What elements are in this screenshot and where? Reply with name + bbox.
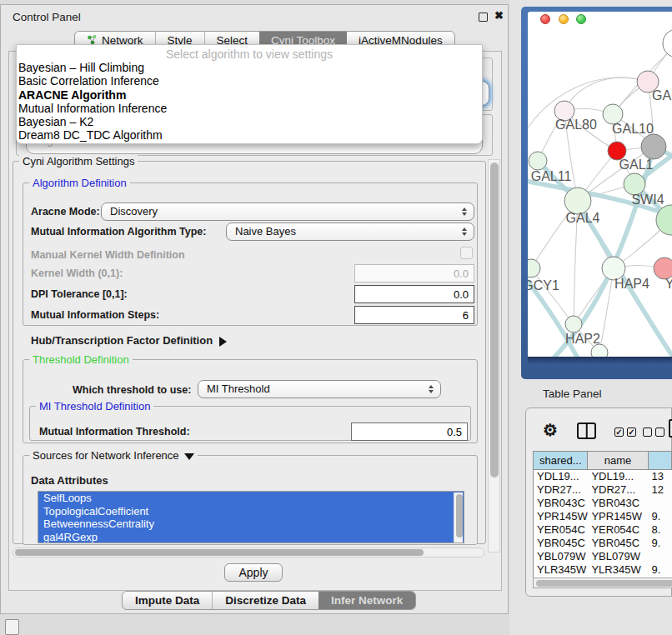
network-graph: GALGAL80GAL10GAL1GAL11SWI4GAL4GCY1HAP4YH…	[528, 25, 672, 357]
select-all-icon[interactable]: ✓	[614, 428, 624, 437]
algorithm-definition-title: Algorithm Definition	[29, 177, 130, 189]
minimized-panel-icon[interactable]	[5, 619, 19, 635]
scrollbar-thumb[interactable]	[456, 494, 463, 538]
table-header-row: shared...name	[534, 452, 672, 470]
algorithm-option-dream8-dc-tdc-algorithm[interactable]: Dream8 DC_TDC Algorithm	[17, 128, 482, 142]
attribute-item-gal4rgexp[interactable]: gal4RGexp	[38, 531, 464, 543]
algorithm-option-bayesian-hill-climbing[interactable]: Bayesian – Hill Climbing	[17, 61, 482, 74]
table-panel-window: ⚙ ✓ ✓ shared...name YDL19...YDL19...13YD…	[525, 408, 672, 597]
aracne-mode-label: Aracne Mode:	[31, 206, 100, 218]
algorithm-dropdown-popup: Select algorithm to view settings Bayesi…	[16, 44, 483, 144]
close-icon[interactable]: ✖	[494, 9, 504, 22]
table-cell: YBR045C	[588, 537, 648, 550]
algorithm-option-mutual-information-inference[interactable]: Mutual Information Inference	[17, 102, 482, 115]
settings-horizontal-scrollbar[interactable]	[13, 548, 484, 558]
which-threshold-combobox[interactable]: MI Threshold	[198, 380, 441, 398]
manual-kernel-width-label: Manual Kernel Width Definition	[31, 249, 185, 261]
expand-arrow-icon[interactable]	[219, 337, 227, 347]
collapse-arrow-icon[interactable]	[184, 453, 194, 460]
algorithm-option-bayesian-k2[interactable]: Bayesian – K2	[17, 115, 482, 128]
table-row[interactable]: YBR045CYBR045C9.	[534, 537, 672, 550]
manual-kernel-width-checkbox[interactable]	[460, 247, 473, 259]
deselect-all-icon[interactable]	[643, 428, 652, 437]
kernel-width-field[interactable]	[354, 264, 474, 282]
scrollbar-thumb[interactable]	[15, 549, 424, 556]
tab-discretize-data[interactable]: Discretize Data	[212, 592, 318, 609]
table-cell	[648, 497, 672, 510]
node-label-gcy1: GCY1	[528, 278, 559, 292]
table-cell	[648, 550, 672, 563]
node-label-gal10: GAL10	[612, 122, 654, 136]
aracne-mode-combobox[interactable]: Discovery	[101, 202, 474, 221]
mi-threshold-field[interactable]	[351, 422, 468, 441]
gear-icon[interactable]: ⚙	[543, 420, 558, 440]
algorithm-option-aracne-algorithm[interactable]: ARACNE Algorithm	[17, 88, 482, 102]
node-label-hap4: HAP4	[614, 277, 649, 291]
table-horizontal-scrollbar[interactable]	[533, 578, 672, 588]
tab-impute-data[interactable]: Impute Data	[123, 592, 212, 609]
window-inner-shadow	[528, 357, 672, 364]
table-cell: YDL19...	[588, 470, 648, 483]
table-cell: 13	[648, 470, 672, 483]
scrollbar-thumb[interactable]	[490, 162, 499, 478]
list-vertical-scrollbar[interactable]	[454, 492, 463, 543]
network-node[interactable]	[663, 29, 672, 58]
network-node-gal11[interactable]	[529, 152, 547, 170]
network-canvas[interactable]: GALGAL80GAL10GAL1GAL11SWI4GAL4GCY1HAP4YH…	[528, 25, 672, 357]
table-row[interactable]: YPR145WYPR145W9.	[534, 510, 672, 523]
network-node-gcy1[interactable]	[528, 259, 540, 278]
column-layout-icon[interactable]	[577, 422, 596, 439]
network-edge[interactable]	[564, 78, 648, 111]
table-cell: YLR345W	[588, 563, 648, 577]
table-cell: YBR043C	[534, 497, 588, 510]
apply-button[interactable]: Apply	[224, 563, 283, 582]
dpi-tolerance-field[interactable]	[354, 285, 474, 303]
mi-algorithm-type-combobox[interactable]: Naive Bayes	[226, 222, 474, 241]
algorithm-option-basic-correlation-inference[interactable]: Basic Correlation Inference	[17, 74, 482, 88]
network-window-titlebar[interactable]	[528, 12, 672, 26]
mi-steps-field[interactable]	[354, 306, 474, 324]
node-label-gal: GAL	[652, 88, 672, 102]
attribute-item-topologicalcoefficient[interactable]: TopologicalCoefficient	[38, 505, 464, 518]
network-node-hap2[interactable]	[565, 316, 582, 332]
select-all-icon[interactable]: ✓	[627, 428, 636, 437]
network-node[interactable]	[591, 344, 608, 357]
table-row[interactable]: YBL079WYBL079W	[534, 550, 672, 563]
close-traffic-light-icon[interactable]	[540, 14, 550, 24]
table-row[interactable]: YLR345WYLR345W9.	[534, 563, 672, 577]
table-row[interactable]: YER054CYER054C8.	[534, 523, 672, 537]
table-body: YDL19...YDL19...13YDR27...YDR27...12YBR0…	[534, 470, 672, 578]
float-window-icon[interactable]	[479, 12, 488, 22]
attribute-item-selfloops[interactable]: SelfLoops	[38, 492, 464, 505]
column-header-shared[interactable]: shared...	[534, 452, 588, 470]
kernel-width-label: Kernel Width (0,1):	[31, 268, 123, 279]
table-panel-title: Table Panel	[543, 388, 602, 400]
settings-vertical-scrollbar[interactable]	[488, 159, 500, 552]
table-cell: YPR145W	[588, 510, 648, 523]
zoom-traffic-light-icon[interactable]	[576, 14, 586, 24]
tab-infer-network[interactable]: Infer Network	[318, 592, 415, 609]
node-label-gal80: GAL80	[555, 118, 597, 132]
table-cell: YER054C	[534, 523, 588, 537]
table-row[interactable]: YBR043CYBR043C	[534, 497, 672, 510]
node-label-hap2: HAP2	[565, 332, 600, 346]
minimize-traffic-light-icon[interactable]	[559, 14, 569, 24]
table-row[interactable]: YDL19...YDL19...13	[534, 470, 672, 483]
scrollbar-thumb[interactable]	[536, 580, 672, 587]
network-node-gal1[interactable]	[641, 134, 666, 159]
document-icon[interactable]	[669, 419, 672, 438]
attribute-item-betweennesscentrality[interactable]: BetweennessCentrality	[38, 518, 464, 531]
control-panel-title: Control Panel	[13, 11, 81, 23]
hub-definition-toggle[interactable]: Hub/Transcription Factor Definition	[31, 334, 227, 347]
algorithm-popup-placeholder: Select algorithm to view settings	[17, 45, 482, 61]
table-row[interactable]: YDR27...YDR27...12	[534, 483, 672, 497]
column-header-2[interactable]	[649, 452, 672, 470]
column-header-name[interactable]: name	[588, 452, 648, 470]
network-view-window[interactable]: GALGAL80GAL10GAL1GAL11SWI4GAL4GCY1HAP4YH…	[521, 7, 672, 379]
node-label-swi4: SWI4	[631, 192, 664, 207]
mi-threshold-label: Mutual Information Threshold:	[39, 426, 190, 438]
node-label-gal1: GAL1	[619, 158, 654, 172]
table-cell: 9.	[648, 537, 672, 550]
data-attributes-list[interactable]: SelfLoopsTopologicalCoefficientBetweenne…	[38, 491, 464, 543]
deselect-all-icon[interactable]	[655, 428, 664, 437]
